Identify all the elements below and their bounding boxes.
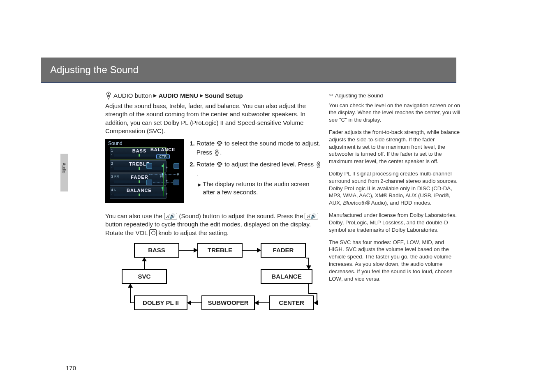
sound-screen-figure: Sound 1BASS 2TREBLE 3RRFADERFR 4LBALANCE… xyxy=(105,139,184,203)
breadcrumb-audio-button: AUDIO button xyxy=(113,92,152,99)
press-enter-icon xyxy=(214,150,220,158)
step-1-text: Rotate to select the sound mode to adjus… xyxy=(197,139,322,159)
flow-box-dolby: DOLBY PL II xyxy=(134,295,187,310)
flow-box-treble: TREBLE xyxy=(197,243,243,258)
triangle-bullet-icon: ▶ xyxy=(198,182,201,197)
sidebar-paragraph: Dolby PL II signal processing creates mu… xyxy=(329,170,460,207)
flow-arrow xyxy=(187,302,201,303)
step-2-number: 2. xyxy=(190,160,195,179)
svg-point-5 xyxy=(219,144,220,145)
flow-arrow xyxy=(144,258,145,262)
page-title: Adjusting the Sound xyxy=(50,64,139,76)
breadcrumb-sep-icon: ▶ xyxy=(153,93,157,98)
sound-button-icon: ♪/🔊 xyxy=(164,213,177,219)
breadcrumb: AUDIO button ▶ AUDIO MENU ▶ Sound Setup xyxy=(105,91,322,99)
sidebar-paragraph: Manufactured under license from Dolby La… xyxy=(329,212,460,233)
flow-arrow xyxy=(130,284,131,289)
under-text: You can also use the ♪/🔊 (Sound) button … xyxy=(105,212,322,237)
flow-arrow xyxy=(308,263,309,269)
rotate-dial-icon xyxy=(216,140,223,148)
double-chevron-icon: ⪥ xyxy=(329,92,333,99)
sidebar-paragraph: The SVC has four modes: OFF, LOW, MID, a… xyxy=(329,239,460,283)
sound-button-icon: ♪/🔊 xyxy=(305,213,318,219)
sidebar-paragraph: Fader adjusts the front-to-back strength… xyxy=(329,129,460,165)
flow-box-svc: SVC xyxy=(122,269,167,284)
main-column: AUDIO button ▶ AUDIO MENU ▶ Sound Setup … xyxy=(105,91,322,325)
rotate-dial-icon xyxy=(216,161,223,169)
flow-box-center: CENTER xyxy=(269,295,314,310)
page-title-bar: Adjusting the Sound xyxy=(41,58,456,82)
flow-arrow xyxy=(308,293,317,294)
page-number: 170 xyxy=(66,364,76,371)
title-underline xyxy=(41,82,456,83)
step-1-number: 1. xyxy=(190,139,195,159)
step-list: 1. Rotate to select the sound mode to ad… xyxy=(190,139,322,197)
sidebar-paragraph: You can check the level on the navigatio… xyxy=(329,102,460,124)
flow-arrow xyxy=(243,250,261,251)
flow-box-bass: BASS xyxy=(134,243,179,258)
press-enter-icon xyxy=(315,161,321,170)
step-2-text: Rotate to adjust the desired level. Pres… xyxy=(197,160,322,179)
svg-point-11 xyxy=(219,164,220,165)
flow-arrow xyxy=(179,250,197,251)
svg-point-13 xyxy=(318,164,319,165)
flow-arrow xyxy=(314,302,317,303)
breadcrumb-sound-setup: Sound Setup xyxy=(205,92,243,99)
chapter-tab-label: Audio xyxy=(62,163,66,173)
svg-point-1 xyxy=(108,93,109,95)
step-result: ▶ The display returns to the audio scree… xyxy=(198,180,322,197)
intro-text: Adjust the sound bass, treble, fader, an… xyxy=(105,102,322,135)
svg-point-7 xyxy=(217,152,217,153)
flow-box-balance: BALANCE xyxy=(261,269,312,284)
flow-box-fader: FADER xyxy=(261,243,306,258)
sidebar-heading: ⪥ Adjusting the Sound xyxy=(329,92,460,99)
figure-balance-diagram: BALANCE CTR LR xyxy=(145,147,181,198)
flow-box-subwoofer: SUBWOOFER xyxy=(201,295,255,310)
flow-arrow xyxy=(308,284,309,293)
flow-arrow xyxy=(306,258,309,258)
sound-mode-flowchart: BASS TREBLE FADER SVC BALANCE DOLBY PL I… xyxy=(115,243,312,325)
figure-header: Sound xyxy=(108,141,123,146)
sidebar-column: ⪥ Adjusting the Sound You can check the … xyxy=(329,92,460,287)
flow-arrow xyxy=(130,302,134,303)
flow-arrow xyxy=(255,302,269,303)
dial-icon xyxy=(105,91,112,99)
power-knob-icon xyxy=(149,229,157,236)
breadcrumb-audio-menu: AUDIO MENU xyxy=(158,92,198,99)
flow-arrow xyxy=(308,284,309,285)
breadcrumb-sep-icon: ▶ xyxy=(200,93,203,98)
